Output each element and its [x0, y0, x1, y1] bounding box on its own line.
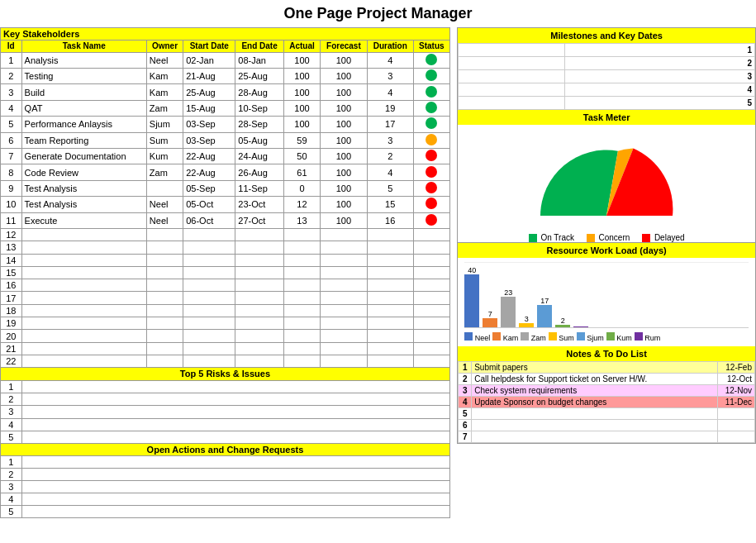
col-forecast: Forecast [321, 40, 368, 52]
notes-header: Notes & To Do List [458, 346, 755, 361]
milestones-header: Milestones and Key Dates [458, 28, 755, 43]
semicircle-chart [524, 133, 689, 224]
status-dot [426, 134, 437, 145]
status-dot [426, 182, 437, 193]
action-row: 3 [1, 481, 756, 493]
risks-header: Top 5 Risks & Issues [1, 368, 450, 380]
concern-legend-dot [587, 234, 595, 242]
col-task: Task Name [21, 40, 146, 52]
note-2-text: Call helpdesk for Support ticket on Serv… [472, 374, 718, 385]
milestones-panel: Milestones and Key Dates 1 2 3 [458, 28, 755, 443]
bar-sjum: 17 [537, 297, 552, 327]
action-row: 2 [1, 469, 756, 481]
note-5-text [472, 408, 718, 420]
col-actual: Actual [283, 40, 320, 52]
bar-zam: 23 [501, 288, 516, 327]
chart-legend: On Track Concern Delayed [458, 233, 755, 242]
status-dot [426, 54, 437, 65]
task-meter-chart [458, 125, 755, 230]
action-row: 4 [1, 493, 756, 506]
col-status: Status [413, 40, 449, 52]
col-owner: Owner [146, 40, 183, 52]
status-dot [426, 69, 437, 81]
resource-header: Resource Work Load (days) [458, 242, 755, 258]
status-dot [426, 86, 437, 98]
bar-kam: 7 [483, 310, 497, 327]
action-row: 1 [1, 456, 756, 469]
bar-rum [573, 326, 588, 327]
note-7-text [472, 431, 718, 443]
note-3-text: Check system requirements [472, 385, 718, 397]
col-id: Id [1, 40, 22, 52]
delayed-legend-label: Delayed [654, 233, 685, 242]
action-row: 5 [1, 506, 756, 518]
on-track-legend-label: On Track [540, 233, 574, 242]
page-title: One Page Project Manager [0, 0, 756, 27]
status-dot [426, 117, 437, 129]
task-meter-header: Task Meter [458, 110, 755, 125]
status-dot [426, 150, 437, 161]
note-6-text [472, 420, 718, 431]
bar-sum: 3 [519, 315, 534, 327]
key-stakeholders-header: Key Stakeholders [1, 28, 450, 40]
col-start: Start Date [183, 40, 235, 52]
status-dot [426, 214, 437, 226]
notes-panel: 1 Submit papers 12-Feb 2 Call helpdesk f… [458, 361, 755, 443]
resource-chart: 40 7 23 [458, 258, 755, 346]
note-4-text: Update Sponsor on budget changes [472, 397, 718, 408]
note-1-text: Submit papers [472, 362, 718, 374]
status-dot [426, 198, 437, 209]
status-dot [426, 166, 437, 178]
actions-header: Open Actions and Change Requests [1, 444, 450, 456]
bar-kum: 2 [555, 317, 570, 327]
col-end: End Date [235, 40, 284, 52]
concern-legend-label: Concern [599, 233, 630, 242]
bar-neel: 40 [464, 266, 479, 327]
col-duration: Duration [367, 40, 413, 52]
resource-legend: Neel Kam Zam Sum Sjum Kum Rum [464, 332, 749, 342]
status-dot [426, 102, 437, 113]
delayed-legend-dot [642, 234, 650, 242]
on-track-legend-dot [529, 234, 537, 242]
